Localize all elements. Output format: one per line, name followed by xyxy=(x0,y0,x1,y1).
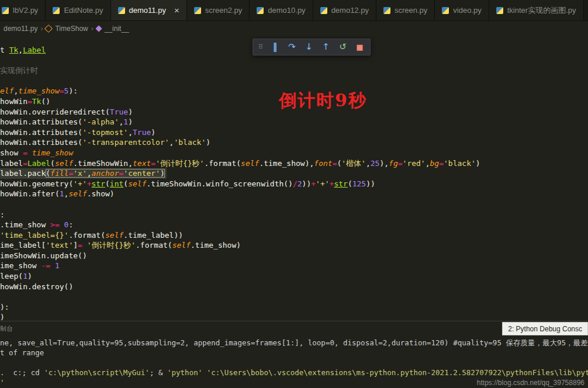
tab-lbV2.py[interactable]: lbV2.py xyxy=(0,0,46,20)
breadcrumb-item-TimeShow[interactable]: TimeShow xyxy=(46,25,88,33)
tab-screen.py[interactable]: screen.py xyxy=(376,0,435,20)
code-line xyxy=(0,56,588,66)
code-line: howWin.destroy() xyxy=(0,282,588,292)
tab-label: video.py xyxy=(453,6,481,15)
debug-statement-box: (fill='x',anchor='center') xyxy=(46,169,165,178)
code-line: imeShowWin.update() xyxy=(0,251,588,261)
code-line: show = time_show xyxy=(0,148,588,158)
tab-tkinter实现的画图.py[interactable]: tkinter实现的画图.py xyxy=(489,0,584,20)
breadcrumb-label: demo11.py xyxy=(4,25,37,33)
code-line: howWin.after(1,self.show) xyxy=(0,189,588,199)
code-line: howWin.attributes('-transparentcolor','b… xyxy=(0,137,588,148)
tab-EditNote.py[interactable]: EditNote.py xyxy=(46,0,110,20)
python-file-icon xyxy=(320,7,327,14)
python-file-icon xyxy=(2,7,9,14)
symbol-class-icon xyxy=(44,25,53,33)
code-line: ime_show -= 1 xyxy=(0,261,588,271)
python-file-icon xyxy=(383,7,390,14)
code-line: leep(1) xyxy=(0,271,588,282)
code-line: ): xyxy=(0,302,588,313)
code-lines: t Tk,Label 实现倒计时 elf,time_show=5):howWin… xyxy=(0,36,588,321)
tab-label: demo11.py xyxy=(129,6,166,15)
code-line: ) xyxy=(0,312,588,321)
tab-label: demo12.py xyxy=(331,6,369,15)
python-file-icon xyxy=(257,7,264,14)
terminal-line: . c:; cd 'c:\python\script\MyGui'; & 'py… xyxy=(0,368,588,377)
tab-demo11.py[interactable]: demo11.py× xyxy=(111,0,187,20)
breadcrumb-label: TimeShow xyxy=(55,25,88,33)
code-line: howWin.geometry('+'+str(int(self.timeSho… xyxy=(0,179,588,189)
python-file-icon xyxy=(53,7,60,14)
python-file-icon xyxy=(496,7,503,14)
bottom-panel: 制台 2: Python Debug Consc ne, save_all=Tr… xyxy=(0,321,588,388)
tab-label: lbV2.py xyxy=(13,6,38,15)
tab-label: screen2.py xyxy=(205,6,243,15)
tab-demo12.py[interactable]: demo12.py xyxy=(313,0,376,20)
terminal-line: t of range xyxy=(0,348,588,358)
tab-label: demo10.py xyxy=(268,6,305,15)
panel-tab-label-clipped[interactable]: 制台 xyxy=(0,324,13,333)
python-file-icon xyxy=(194,7,201,14)
drag-handle-icon[interactable]: ⠿ xyxy=(255,39,267,55)
restart-button[interactable]: ↺ xyxy=(334,39,351,55)
tab-demo10.py[interactable]: demo10.py xyxy=(250,0,313,20)
tab-label: screen.py xyxy=(395,6,427,15)
code-line xyxy=(0,199,588,210)
code-line: : xyxy=(0,210,588,220)
close-icon[interactable]: × xyxy=(174,6,179,15)
watermark: https://blog.csdn.net/qq_39758896 xyxy=(477,379,584,387)
tab-label: EditNote.py xyxy=(64,6,103,15)
code-line: howWin.attributes('-topmost',True) xyxy=(0,127,588,138)
code-line: howWin.attributes('-alpha',1) xyxy=(0,117,588,127)
debug-toolbar[interactable]: ⠿‖↷↓↑↺■ xyxy=(253,39,371,56)
tab-video.py[interactable]: video.py xyxy=(435,0,489,20)
code-line: 'time_label={}'.format(self.time_label)) xyxy=(0,230,588,241)
current-debug-line: label.pack(fill='x',anchor='center') xyxy=(0,168,167,179)
chevron-right-icon: › xyxy=(91,25,94,33)
code-line: 实现倒计时 xyxy=(0,65,588,76)
stop-button[interactable]: ■ xyxy=(351,39,368,55)
vscode-window: lbV2.pyEditNote.pydemo11.py×screen2.pyde… xyxy=(0,0,588,388)
breadcrumb-item-demo11.py[interactable]: demo11.py xyxy=(4,25,37,33)
code-line xyxy=(0,76,588,86)
panel-header: 制台 2: Python Debug Consc xyxy=(0,321,588,336)
code-line xyxy=(0,292,588,302)
step-over-button[interactable]: ↷ xyxy=(283,39,300,55)
breadcrumb: demo11.py›TimeShow›__init__ xyxy=(0,21,588,36)
terminal-line xyxy=(0,358,588,368)
tab-label: tkinter实现的画图.py xyxy=(507,5,576,16)
tab-screen2.py[interactable]: screen2.py xyxy=(187,0,250,20)
chevron-right-icon: › xyxy=(40,25,43,33)
code-line: .time_show >= 0: xyxy=(0,220,588,230)
editor-tab-bar: lbV2.pyEditNote.pydemo11.py×screen2.pyde… xyxy=(0,0,588,21)
pause-button[interactable]: ‖ xyxy=(267,39,283,55)
python-file-icon xyxy=(442,7,449,14)
python-file-icon xyxy=(118,7,125,14)
symbol-method-icon xyxy=(95,25,102,32)
terminal-picker[interactable]: 2: Python Debug Consc xyxy=(502,322,588,335)
code-line: label=Label(self.timeShowWin,text='倒计时{}… xyxy=(0,158,588,169)
breadcrumb-item-__init__[interactable]: __init__ xyxy=(96,25,129,33)
countdown-overlay: 倒计时9秒 xyxy=(279,89,367,113)
code-editor[interactable]: t Tk,Label 实现倒计时 elf,time_show=5):howWin… xyxy=(0,36,588,321)
breadcrumb-label: __init__ xyxy=(105,25,129,33)
step-out-button[interactable]: ↑ xyxy=(317,39,334,55)
step-into-button[interactable]: ↓ xyxy=(300,39,317,55)
terminal-line: ne, save_all=True,quality=95,subsampling… xyxy=(0,338,588,348)
code-line: ime_label['text']= '倒计时{}秒'.format(self.… xyxy=(0,240,588,251)
